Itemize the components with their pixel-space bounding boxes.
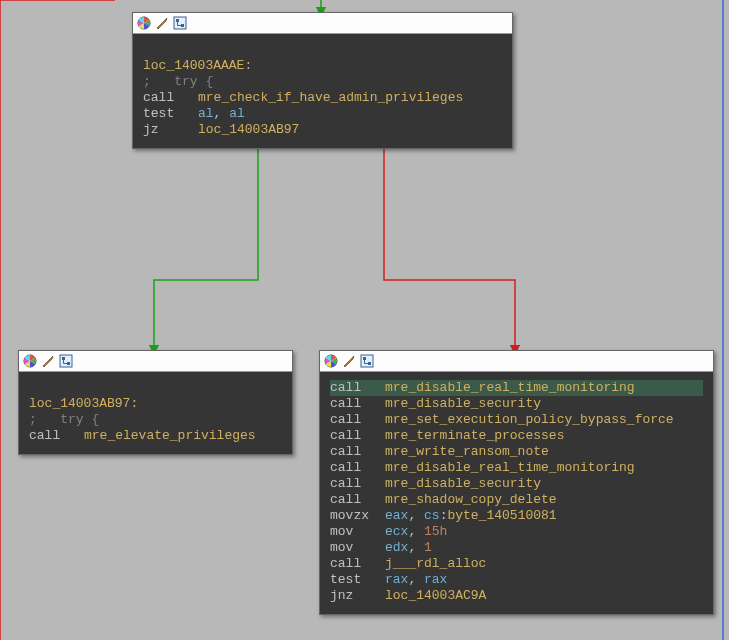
- token-mnemonic: call: [29, 428, 84, 444]
- code-line[interactable]: callmre_write_ransom_note: [330, 444, 703, 460]
- code-line[interactable]: callmre_terminate_processes: [330, 428, 703, 444]
- token-reg: al: [229, 106, 245, 121]
- token-comment: ; try {: [143, 74, 213, 89]
- token-mnemonic: mov: [330, 524, 385, 540]
- code-line[interactable]: loc_14003AAAE:: [143, 58, 502, 74]
- token-punct: ,: [408, 540, 424, 555]
- token-reg: ecx: [385, 524, 408, 539]
- node-body: callmre_disable_real_time_monitoringcall…: [320, 372, 713, 614]
- bb-node-right[interactable]: callmre_disable_real_time_monitoringcall…: [319, 350, 714, 615]
- code-line[interactable]: movedx, 1: [330, 540, 703, 556]
- token-reg: eax: [385, 508, 408, 523]
- svg-rect-2: [176, 19, 179, 22]
- token-mnemonic: call: [330, 412, 385, 428]
- group-icon[interactable]: [173, 16, 187, 30]
- code-line[interactable]: jzloc_14003AB97: [143, 122, 502, 138]
- token-mnemonic: test: [143, 106, 198, 122]
- token-reg: rax: [385, 572, 408, 587]
- bb-node-top[interactable]: loc_14003AAAE:; try {callmre_check_if_ha…: [132, 12, 513, 149]
- code-line[interactable]: callmre_disable_security: [330, 396, 703, 412]
- token-mnemonic: mov: [330, 540, 385, 556]
- token-mnemonic: call: [330, 428, 385, 444]
- node-body: loc_14003AB97:; try {callmre_elevate_pri…: [19, 372, 292, 454]
- code-line[interactable]: movzxeax, cs:byte_140510081: [330, 508, 703, 524]
- token-mnemonic: call: [330, 556, 385, 572]
- code-line[interactable]: callmre_disable_real_time_monitoring: [330, 460, 703, 476]
- code-line[interactable]: jnzloc_14003AC9A: [330, 588, 703, 604]
- code-line[interactable]: [143, 42, 502, 58]
- token-func: j___rdl_alloc: [385, 556, 486, 571]
- token-mnemonic: test: [330, 572, 385, 588]
- code-line[interactable]: callmre_set_execution_policy_bypass_forc…: [330, 412, 703, 428]
- token-mnemonic: movzx: [330, 508, 385, 524]
- token-comment: ; try {: [29, 412, 99, 427]
- code-line[interactable]: testrax, rax: [330, 572, 703, 588]
- code-line[interactable]: loc_14003AB97:: [29, 396, 282, 412]
- token-mnemonic: call: [330, 396, 385, 412]
- token-func: mre_terminate_processes: [385, 428, 564, 443]
- code-line[interactable]: callmre_elevate_privileges: [29, 428, 282, 444]
- svg-rect-3: [181, 24, 184, 27]
- svg-rect-7: [67, 362, 70, 365]
- token-mnemonic: call: [330, 380, 385, 396]
- token-num: 15h: [424, 524, 447, 539]
- code-line[interactable]: ; try {: [143, 74, 502, 90]
- bb-node-left[interactable]: loc_14003AB97:; try {callmre_elevate_pri…: [18, 350, 293, 455]
- token-func: loc_14003AB97: [198, 122, 299, 137]
- token-punct: ,: [408, 572, 424, 587]
- token-func: mre_check_if_have_admin_privileges: [198, 90, 463, 105]
- token-punct: ,: [214, 106, 230, 121]
- token-func: byte_140510081: [447, 508, 556, 523]
- token-num: 1: [424, 540, 432, 555]
- node-header[interactable]: [133, 13, 512, 34]
- svg-rect-9: [361, 355, 373, 367]
- group-icon[interactable]: [59, 354, 73, 368]
- code-line[interactable]: callmre_shadow_copy_delete: [330, 492, 703, 508]
- token-func: mre_shadow_copy_delete: [385, 492, 557, 507]
- token-reg: al: [198, 106, 214, 121]
- code-line[interactable]: [29, 380, 282, 396]
- code-line[interactable]: callj___rdl_alloc: [330, 556, 703, 572]
- graph-canvas[interactable]: loc_14003AAAE:; try {callmre_check_if_ha…: [0, 0, 729, 640]
- token-mnemonic: call: [330, 444, 385, 460]
- group-icon[interactable]: [360, 354, 374, 368]
- token-punct: ,: [408, 508, 424, 523]
- token-func: loc_14003AC9A: [385, 588, 486, 603]
- svg-rect-11: [368, 362, 371, 365]
- flow-edge: [0, 0, 115, 640]
- token-func: mre_disable_security: [385, 396, 541, 411]
- svg-rect-1: [174, 17, 186, 29]
- code-line[interactable]: testal, al: [143, 106, 502, 122]
- node-header[interactable]: [320, 351, 713, 372]
- token-mnemonic: call: [330, 492, 385, 508]
- token-func: mre_set_execution_policy_bypass_force: [385, 412, 674, 427]
- flow-edge: [154, 140, 258, 350]
- token-mnemonic: jz: [143, 122, 198, 138]
- token-func: mre_disable_security: [385, 476, 541, 491]
- code-line[interactable]: callmre_check_if_have_admin_privileges: [143, 90, 502, 106]
- token-label: loc_14003AB97:: [29, 396, 138, 411]
- code-line[interactable]: ; try {: [29, 412, 282, 428]
- color-wheel-icon[interactable]: [137, 16, 151, 30]
- token-func: mre_disable_real_time_monitoring: [385, 460, 635, 475]
- node-body: loc_14003AAAE:; try {callmre_check_if_ha…: [133, 34, 512, 148]
- code-line[interactable]: movecx, 15h: [330, 524, 703, 540]
- token-reg: cs: [424, 508, 440, 523]
- brush-icon[interactable]: [155, 16, 169, 30]
- svg-rect-6: [62, 357, 65, 360]
- color-wheel-icon[interactable]: [23, 354, 37, 368]
- token-label: loc_14003AAAE:: [143, 58, 252, 73]
- code-line[interactable]: callmre_disable_security: [330, 476, 703, 492]
- token-mnemonic: call: [330, 460, 385, 476]
- token-reg: rax: [424, 572, 447, 587]
- token-mnemonic: call: [143, 90, 198, 106]
- token-punct: ,: [408, 524, 424, 539]
- node-header[interactable]: [19, 351, 292, 372]
- token-func: mre_disable_real_time_monitoring: [385, 380, 635, 395]
- brush-icon[interactable]: [41, 354, 55, 368]
- token-mnemonic: jnz: [330, 588, 385, 604]
- color-wheel-icon[interactable]: [324, 354, 338, 368]
- flow-edge: [384, 140, 515, 350]
- code-line[interactable]: callmre_disable_real_time_monitoring: [330, 380, 703, 396]
- brush-icon[interactable]: [342, 354, 356, 368]
